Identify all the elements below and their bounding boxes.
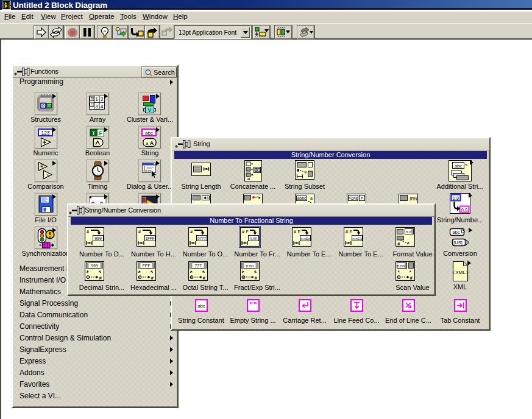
svg-text:a: a [310, 196, 313, 200]
svg-text:V: V [147, 107, 151, 113]
svg-text:1FFF: 1FFF [145, 236, 154, 241]
svg-text:abbc: abbc [297, 196, 307, 200]
svg-text:#: # [151, 275, 154, 281]
svg-text:0777: 0777 [197, 236, 207, 241]
svg-text:#: # [203, 275, 206, 281]
svg-text:4: 4 [100, 104, 103, 110]
svg-text:E: E [350, 230, 353, 234]
svg-text:#: # [397, 241, 400, 247]
svg-text:FFF: FFF [143, 264, 151, 268]
svg-text:PCRE: PCRE [348, 197, 358, 200]
svg-text:1: 1 [95, 96, 98, 102]
svg-text:123: 123 [41, 130, 49, 136]
svg-text:F: F [99, 130, 102, 136]
svg-text:0.0: 0.0 [453, 195, 459, 201]
svg-text:C: C [90, 102, 93, 106]
svg-text:abc: abc [455, 163, 462, 169]
svg-text:E: E [298, 230, 301, 234]
svg-text:R: R [90, 97, 93, 100]
svg-text:n.nn: n.nn [246, 264, 254, 268]
svg-text:#: # [99, 275, 102, 281]
svg-text:n.nn: n.nn [397, 264, 405, 268]
svg-text:0: 0 [42, 104, 44, 108]
svg-text:abc: abc [145, 130, 153, 136]
svg-text:P: P [361, 197, 363, 200]
svg-text:#: # [410, 275, 413, 281]
svg-text:3: 3 [95, 104, 98, 110]
svg-text:A: A [149, 140, 154, 146]
svg-text:n.n: n.n [406, 230, 411, 234]
svg-text:[US]: [US] [453, 240, 463, 245]
svg-text:<XML>: <XML> [453, 270, 469, 275]
svg-text:a: a [145, 141, 148, 146]
svg-text:0.0: 0.0 [461, 207, 467, 213]
svg-text:999: 999 [94, 236, 102, 241]
svg-text:abc: abc [197, 303, 205, 309]
svg-text:n.nn: n.nn [250, 236, 258, 241]
svg-text:n.nE3: n.nE3 [352, 237, 362, 241]
svg-text:T: T [92, 130, 96, 136]
svg-text:n.nEn: n.nEn [300, 237, 310, 241]
svg-text:>: > [46, 172, 49, 178]
svg-text:777: 777 [194, 264, 202, 268]
svg-text:999: 999 [91, 264, 98, 268]
svg-text:#: # [255, 275, 258, 281]
svg-text:F: F [246, 230, 249, 234]
svg-text:2: 2 [100, 96, 103, 102]
svg-text:abc: abc [452, 230, 459, 235]
svg-text:JRN: JRN [409, 197, 417, 201]
